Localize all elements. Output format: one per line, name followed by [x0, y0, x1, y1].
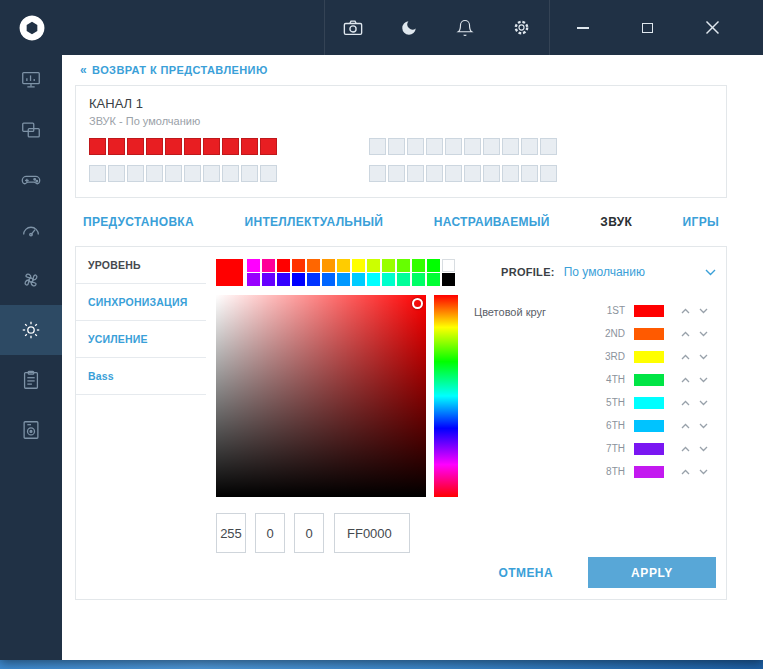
palette-swatch[interactable]: [442, 273, 455, 286]
sidebar-item-cooling[interactable]: [0, 255, 62, 305]
palette-swatch[interactable]: [352, 259, 365, 272]
bell-icon[interactable]: [437, 0, 493, 55]
chevron-up-icon[interactable]: [676, 377, 694, 383]
led-cell[interactable]: [464, 165, 481, 182]
palette-swatch[interactable]: [337, 273, 350, 286]
tab-smart[interactable]: ИНТЕЛЛЕКТУАЛЬНЫЙ: [245, 215, 384, 229]
palette-swatch[interactable]: [427, 273, 440, 286]
led-cell[interactable]: [502, 165, 519, 182]
palette-swatch[interactable]: [412, 273, 425, 286]
chevron-down-icon[interactable]: [694, 469, 712, 475]
color-cursor[interactable]: [412, 298, 423, 309]
maximize-button[interactable]: [615, 0, 680, 55]
led-cell[interactable]: [146, 165, 163, 182]
tab-custom[interactable]: НАСТРАИВАЕМЫЙ: [434, 215, 550, 229]
led-cell[interactable]: [464, 138, 481, 155]
blue-input[interactable]: [294, 513, 324, 553]
chevron-down-icon[interactable]: [694, 354, 712, 360]
chevron-down-icon[interactable]: [694, 446, 712, 452]
menu-item-bass[interactable]: Bass: [76, 358, 206, 395]
wheel-row-swatch[interactable]: [634, 443, 664, 455]
chevron-down-icon[interactable]: [694, 400, 712, 406]
led-cell[interactable]: [89, 138, 106, 155]
sidebar-item-specs[interactable]: [0, 105, 62, 155]
palette-swatch[interactable]: [397, 259, 410, 272]
palette-swatch[interactable]: [247, 259, 260, 272]
palette-swatch[interactable]: [322, 259, 335, 272]
led-cell[interactable]: [445, 138, 462, 155]
led-cell[interactable]: [369, 138, 386, 155]
led-cell[interactable]: [127, 138, 144, 155]
led-cell[interactable]: [407, 138, 424, 155]
palette-swatch[interactable]: [382, 259, 395, 272]
led-cell[interactable]: [369, 165, 386, 182]
cancel-button[interactable]: ОТМЕНА: [499, 566, 553, 580]
sidebar-item-monitoring[interactable]: [0, 55, 62, 105]
menu-item-sync[interactable]: СИНХРОНИЗАЦИЯ: [76, 284, 206, 321]
sidebar-item-tuning[interactable]: [0, 205, 62, 255]
tab-audio[interactable]: ЗВУК: [600, 215, 632, 229]
chevron-up-icon[interactable]: [676, 331, 694, 337]
led-cell[interactable]: [388, 138, 405, 155]
led-cell[interactable]: [540, 138, 557, 155]
palette-swatch[interactable]: [292, 273, 305, 286]
palette-swatch[interactable]: [382, 273, 395, 286]
profile-dropdown[interactable]: По умолчанию: [564, 265, 645, 279]
led-cell[interactable]: [521, 138, 538, 155]
palette-swatch[interactable]: [367, 273, 380, 286]
led-cell[interactable]: [165, 138, 182, 155]
led-cell[interactable]: [502, 138, 519, 155]
led-cell[interactable]: [445, 165, 462, 182]
chevron-down-icon[interactable]: [705, 269, 716, 276]
palette-swatch[interactable]: [397, 273, 410, 286]
wheel-row-swatch[interactable]: [634, 328, 664, 340]
sidebar-item-lighting[interactable]: [0, 305, 62, 355]
palette-swatch[interactable]: [262, 273, 275, 286]
palette-swatch[interactable]: [412, 259, 425, 272]
saturation-brightness-picker[interactable]: [216, 295, 426, 497]
led-cell[interactable]: [108, 165, 125, 182]
led-cell[interactable]: [483, 138, 500, 155]
sidebar-item-games[interactable]: [0, 155, 62, 205]
apply-button[interactable]: APPLY: [588, 557, 716, 588]
tab-games[interactable]: ИГРЫ: [683, 215, 719, 229]
palette-swatch[interactable]: [367, 259, 380, 272]
back-link[interactable]: «ВОЗВРАТ К ПРЕДСТАВЛЕНИЮ: [80, 63, 268, 77]
gear-icon[interactable]: [493, 0, 549, 55]
minimize-button[interactable]: [550, 0, 615, 55]
led-cell[interactable]: [407, 165, 424, 182]
wheel-row-swatch[interactable]: [634, 374, 664, 386]
green-input[interactable]: [255, 513, 285, 553]
sidebar-item-devices[interactable]: [0, 405, 62, 455]
led-cell[interactable]: [540, 165, 557, 182]
chevron-down-icon[interactable]: [694, 308, 712, 314]
led-cell[interactable]: [108, 138, 125, 155]
chevron-up-icon[interactable]: [676, 423, 694, 429]
chevron-up-icon[interactable]: [676, 308, 694, 314]
palette-swatch[interactable]: [427, 259, 440, 272]
close-button[interactable]: [680, 0, 745, 55]
palette-swatch[interactable]: [292, 259, 305, 272]
chevron-down-icon[interactable]: [694, 423, 712, 429]
camera-icon[interactable]: [325, 0, 381, 55]
wheel-row-swatch[interactable]: [634, 351, 664, 363]
palette-swatch[interactable]: [322, 273, 335, 286]
current-color-swatch[interactable]: [216, 259, 243, 286]
wheel-row-swatch[interactable]: [634, 397, 664, 409]
led-cell[interactable]: [184, 138, 201, 155]
menu-item-gain[interactable]: УСИЛЕНИЕ: [76, 321, 206, 358]
led-cell[interactable]: [203, 138, 220, 155]
chevron-down-icon[interactable]: [694, 331, 712, 337]
menu-item-level[interactable]: УРОВЕНЬ: [76, 247, 206, 284]
led-cell[interactable]: [260, 165, 277, 182]
led-cell[interactable]: [521, 165, 538, 182]
led-cell[interactable]: [146, 138, 163, 155]
palette-swatch[interactable]: [337, 259, 350, 272]
chevron-up-icon[interactable]: [676, 400, 694, 406]
led-cell[interactable]: [241, 165, 258, 182]
palette-swatch[interactable]: [352, 273, 365, 286]
wheel-row-swatch[interactable]: [634, 420, 664, 432]
wheel-row-swatch[interactable]: [634, 466, 664, 478]
led-cell[interactable]: [241, 138, 258, 155]
sidebar-item-tasks[interactable]: [0, 355, 62, 405]
